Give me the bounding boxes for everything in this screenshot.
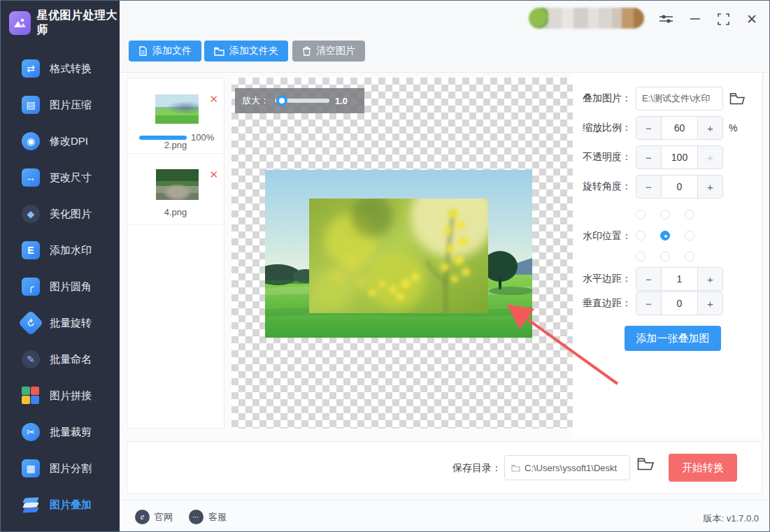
image-split-icon: ▦ [22, 459, 40, 477]
add-overlay-button[interactable]: 添加一张叠加图 [625, 326, 721, 351]
rotation-label: 旋转角度： [583, 180, 636, 193]
rotation-decrease-button[interactable]: − [636, 175, 662, 198]
rotation-value[interactable]: 0 [662, 175, 697, 198]
position-radio-bottom-center[interactable] [660, 252, 670, 261]
browser-icon: e [135, 510, 150, 524]
opacity-stepper: − 100 + [636, 145, 723, 169]
sidebar-item-label: 添加水印 [50, 244, 92, 257]
app-title: 星优图片处理大师 [37, 8, 120, 38]
h-margin-value[interactable]: 1 [662, 268, 697, 290]
sidebar-item-image-split[interactable]: ▦ 图片分割 [1, 450, 120, 487]
sidebar-item-resize[interactable]: ↔ 更改尺寸 [1, 159, 120, 196]
remove-file-icon[interactable]: ✕ [209, 169, 218, 180]
rotation-increase-button[interactable]: + [697, 175, 722, 198]
modify-dpi-icon: ◉ [22, 132, 40, 150]
v-margin-row: 垂直边距： − 0 + [583, 292, 723, 315]
sidebar-item-batch-rename[interactable]: ✎ 批量命名 [1, 341, 120, 378]
minimize-icon[interactable] [687, 11, 703, 27]
website-label: 官网 [155, 511, 173, 524]
zoom-value: 1.0 [335, 96, 348, 106]
maximize-icon[interactable] [715, 11, 731, 27]
scale-value[interactable]: 60 [662, 117, 697, 139]
file-list-item[interactable]: ✕ 100% 2.png [127, 78, 224, 154]
opacity-value[interactable]: 100 [662, 146, 697, 168]
h-margin-decrease-button[interactable]: − [636, 268, 662, 290]
v-margin-decrease-button[interactable]: − [636, 292, 662, 315]
browse-overlay-folder-icon[interactable] [729, 92, 745, 105]
scale-increase-button[interactable]: + [697, 117, 722, 139]
flower-image [309, 199, 488, 313]
settings-icon[interactable] [658, 11, 673, 27]
rotation-stepper: − 0 + [636, 175, 723, 199]
sidebar-item-format-convert[interactable]: ⇄ 格式转换 [1, 50, 120, 87]
file-icon [138, 46, 148, 56]
folder-small-icon [511, 464, 520, 472]
opacity-row: 不透明度： − 100 + [583, 145, 723, 169]
opacity-decrease-button[interactable]: − [636, 146, 662, 168]
watermark-icon: E [22, 241, 40, 259]
save-dir-label: 保存目录： [452, 462, 501, 475]
add-folder-button[interactable]: 添加文件夹 [204, 41, 288, 62]
remove-file-icon[interactable]: ✕ [209, 94, 218, 104]
position-label: 水印位置： [583, 230, 632, 243]
position-radio-center[interactable] [660, 231, 670, 240]
file-name: 2.png [127, 140, 224, 150]
save-dir-input[interactable]: C:\Users\yssoft1\Deskt [504, 455, 630, 480]
version-text: 版本: v1.7.0.0 [704, 512, 759, 525]
preview-canvas[interactable]: 放大： 1.0 [231, 78, 573, 429]
position-radio-bottom-right[interactable] [685, 252, 694, 261]
sidebar-item-watermark[interactable]: E 添加水印 [1, 232, 120, 268]
sidebar-item-round-corner[interactable]: ╭ 图片圆角 [1, 268, 120, 305]
position-radio-top-center[interactable] [660, 210, 670, 220]
save-dir-path: C:\Users\yssoft1\Deskt [525, 463, 617, 473]
app-logo: 星优图片处理大师 [1, 1, 120, 45]
scale-stepper: − 60 + [636, 116, 723, 140]
add-file-button[interactable]: 添加文件 [129, 41, 201, 62]
start-convert-button[interactable]: 开始转换 [669, 454, 737, 482]
official-website-link[interactable]: e 官网 [135, 510, 173, 524]
position-radio-bottom-left[interactable] [636, 252, 646, 261]
overlay-image-preview[interactable] [309, 199, 488, 313]
position-radio-top-right[interactable] [685, 210, 694, 220]
overlay-image-path-input[interactable]: E:\测试文件\水印 [636, 87, 723, 110]
close-icon[interactable]: ✕ [744, 11, 760, 27]
position-radio-middle-right[interactable] [685, 231, 694, 240]
sidebar-item-image-compress[interactable]: ▤ 图片压缩 [1, 87, 120, 123]
sidebar-item-batch-rotate[interactable]: ↻ 批量旋转 [1, 305, 120, 341]
zoom-slider[interactable] [275, 99, 329, 103]
image-stitch-icon [22, 387, 40, 405]
file-thumbnail[interactable] [156, 169, 199, 200]
sidebar-item-modify-dpi[interactable]: ◉ 修改DPI [1, 123, 120, 159]
sidebar-item-batch-crop[interactable]: ✂ 批量裁剪 [1, 414, 120, 450]
trash-icon [302, 46, 311, 56]
sidebar: 星优图片处理大师 ⇄ 格式转换 ▤ 图片压缩 ◉ 修改DPI ↔ 更改尺寸 ◆ … [1, 1, 120, 532]
scale-label: 缩放比例： [583, 122, 636, 134]
file-list-item[interactable]: ✕ 4.png [127, 154, 224, 225]
sidebar-item-image-stitch[interactable]: 图片拼接 [1, 378, 120, 414]
browse-save-folder-icon[interactable] [637, 457, 654, 473]
watermark-position-grid [636, 210, 694, 261]
clear-images-button[interactable]: 清空图片 [292, 41, 365, 62]
h-margin-increase-button[interactable]: + [697, 268, 722, 290]
position-radio-middle-left[interactable] [636, 231, 646, 240]
app-window: 星优图片处理大师 ⇄ 格式转换 ▤ 图片压缩 ◉ 修改DPI ↔ 更改尺寸 ◆ … [0, 0, 770, 532]
customer-service-link[interactable]: ⋯ 客服 [189, 510, 227, 524]
base-image-preview[interactable] [265, 170, 532, 338]
scale-decrease-button[interactable]: − [636, 117, 662, 139]
sidebar-item-label: 格式转换 [50, 62, 92, 76]
sidebar-item-label: 图片拼接 [50, 389, 92, 403]
main-area: ✕ 添加文件 添加文件夹 清空图片 ✕ 100% 2.png [120, 1, 770, 532]
file-thumbnail[interactable] [155, 94, 199, 124]
resize-icon: ↔ [22, 168, 40, 187]
position-radio-top-left[interactable] [636, 210, 646, 220]
sidebar-item-label: 批量旋转 [50, 317, 92, 330]
file-list-panel: ✕ 100% 2.png ✕ 4.png [127, 78, 224, 429]
zoom-slider-handle[interactable] [276, 95, 287, 106]
user-account-blurred[interactable] [529, 8, 644, 29]
sidebar-item-beautify[interactable]: ◆ 美化图片 [1, 196, 120, 232]
sidebar-item-label: 批量命名 [50, 353, 92, 366]
sidebar-item-image-overlay[interactable]: 图片叠加 [1, 487, 120, 523]
v-margin-increase-button[interactable]: + [697, 292, 722, 315]
v-margin-value[interactable]: 0 [662, 292, 697, 315]
opacity-increase-button[interactable]: + [697, 146, 722, 168]
